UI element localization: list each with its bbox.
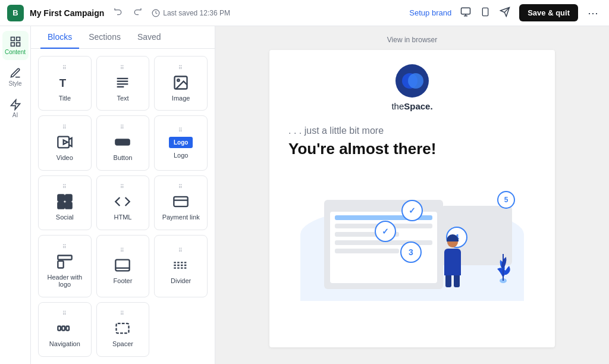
person-head: [447, 237, 458, 247]
drag-handle: ⠿: [120, 125, 125, 130]
block-divider[interactable]: ⠿ Divider: [154, 235, 208, 297]
block-footer[interactable]: ⠿ Footer: [96, 235, 150, 297]
topbar: B My First Campaign Last saved 12:36 PM …: [0, 0, 609, 26]
drag-handle: ⠿: [178, 65, 183, 71]
block-button[interactable]: ⠿ Button: [96, 115, 150, 170]
drag-handle: ⠿: [120, 184, 125, 190]
desktop-view-button[interactable]: [457, 4, 474, 22]
svg-rect-11: [16, 43, 20, 46]
view-in-browser-link[interactable]: View in browser: [387, 36, 437, 44]
tab-blocks[interactable]: Blocks: [40, 26, 79, 49]
screen-main: [324, 200, 443, 289]
screen-line-5: [335, 249, 399, 253]
save-status: Last saved 12:36 PM: [152, 9, 230, 17]
block-title[interactable]: ⠿ T Title: [38, 56, 92, 111]
tab-sections[interactable]: Sections: [81, 26, 128, 49]
blocks-tabs: Blocks Sections Saved: [31, 26, 215, 49]
block-label: Payment link: [162, 214, 200, 221]
block-label: Navigation: [49, 340, 80, 347]
block-label: Social: [56, 214, 74, 221]
svg-rect-29: [58, 255, 71, 259]
svg-rect-10: [11, 43, 14, 46]
nav-style[interactable]: Style: [2, 62, 29, 92]
svg-rect-9: [16, 37, 20, 41]
drag-handle: ⠿: [178, 128, 183, 133]
block-label: Divider: [171, 277, 191, 284]
block-label: Button: [114, 154, 133, 161]
svg-rect-30: [58, 261, 63, 268]
svg-rect-27: [174, 197, 187, 206]
svg-rect-31: [116, 260, 130, 271]
more-options-button[interactable]: ⋯: [584, 4, 602, 22]
drag-handle: ⠿: [62, 311, 67, 316]
circle-2: ✓: [375, 221, 396, 242]
svg-marker-12: [11, 100, 20, 110]
drag-handle: ⠿: [120, 248, 125, 253]
logo-preview: Logo: [169, 137, 193, 148]
main-layout: Content Style AI Blocks Sections Saved ⠿…: [0, 26, 609, 364]
block-label: Image: [172, 95, 190, 102]
circle-5: 5: [497, 191, 515, 209]
svg-point-42: [408, 73, 423, 89]
plant-decoration: [488, 248, 518, 289]
topbar-left: B My First Campaign Last saved 12:36 PM: [7, 5, 230, 21]
svg-rect-8: [11, 37, 14, 41]
svg-rect-22: [116, 139, 130, 145]
block-payment-link[interactable]: ⠿ Payment link: [154, 175, 208, 230]
svg-rect-23: [58, 195, 64, 202]
undo-redo-nav: [110, 5, 146, 21]
canvas-area: View in browser theSpace. . . . just a l…: [215, 26, 609, 364]
nav-ai[interactable]: AI: [2, 94, 29, 123]
brand-logo: [395, 64, 429, 98]
email-canvas: theSpace. . . . just a little bit more Y…: [269, 50, 555, 347]
block-label: Footer: [114, 277, 133, 284]
nav-content[interactable]: Content: [2, 31, 29, 60]
person-figure: [441, 237, 464, 290]
tab-saved[interactable]: Saved: [130, 26, 168, 49]
svg-rect-26: [65, 203, 72, 209]
drag-handle: ⠿: [62, 184, 67, 190]
block-text[interactable]: ⠿ Text: [96, 56, 150, 111]
drag-handle: ⠿: [178, 248, 183, 253]
block-label: Text: [117, 95, 128, 102]
circle-1: ✓: [401, 200, 423, 221]
svg-rect-38: [66, 327, 69, 331]
svg-rect-36: [58, 327, 61, 331]
drag-handle: ⠿: [62, 244, 67, 250]
person-body: [444, 249, 461, 275]
svg-rect-24: [65, 195, 72, 202]
undo-button[interactable]: [110, 5, 127, 21]
block-image[interactable]: ⠿ Image: [154, 56, 208, 111]
person-leg-left: [445, 275, 451, 287]
svg-marker-21: [63, 140, 67, 145]
block-label: Header with logo: [42, 274, 87, 288]
email-brand-header: theSpace.: [269, 50, 555, 125]
drag-handle: ⠿: [178, 184, 183, 190]
block-label: Logo: [174, 152, 188, 159]
block-logo[interactable]: ⠿ Logo Logo: [154, 115, 208, 170]
svg-rect-1: [462, 8, 470, 14]
illustration: ✓ ✓ 3 4 5 ✓ ✓: [288, 170, 536, 301]
save-quit-button[interactable]: Save & quit: [519, 4, 578, 21]
email-body: . . . just a little bit more You're almo…: [269, 125, 555, 320]
block-social[interactable]: ⠿ Social: [38, 175, 92, 230]
blocks-panel: Blocks Sections Saved ⠿ T Title ⠿ Text ⠿…: [31, 26, 215, 364]
person-leg-right: [454, 275, 460, 287]
email-subtitle: . . . just a little bit more: [288, 125, 536, 136]
block-video[interactable]: ⠿ Video: [38, 115, 92, 170]
mobile-view-button[interactable]: [478, 4, 493, 21]
redo-button[interactable]: [129, 5, 146, 21]
block-spacer[interactable]: ⠿ Spacer: [96, 302, 150, 357]
block-label: Title: [59, 95, 71, 102]
icon-nav: Content Style AI: [0, 26, 31, 364]
block-header-logo[interactable]: ⠿ Header with logo: [38, 235, 92, 297]
svg-point-19: [177, 79, 180, 81]
block-navigation[interactable]: ⠿ Navigation: [38, 302, 92, 357]
send-preview-button[interactable]: [497, 4, 513, 22]
block-html[interactable]: ⠿ HTML: [96, 175, 150, 230]
svg-rect-37: [62, 327, 65, 331]
campaign-title: My First Campaign: [30, 8, 104, 18]
topbar-right: Setup brand Save & quit ⋯: [409, 4, 602, 22]
setup-brand-button[interactable]: Setup brand: [409, 8, 451, 17]
block-label: Spacer: [112, 340, 133, 347]
